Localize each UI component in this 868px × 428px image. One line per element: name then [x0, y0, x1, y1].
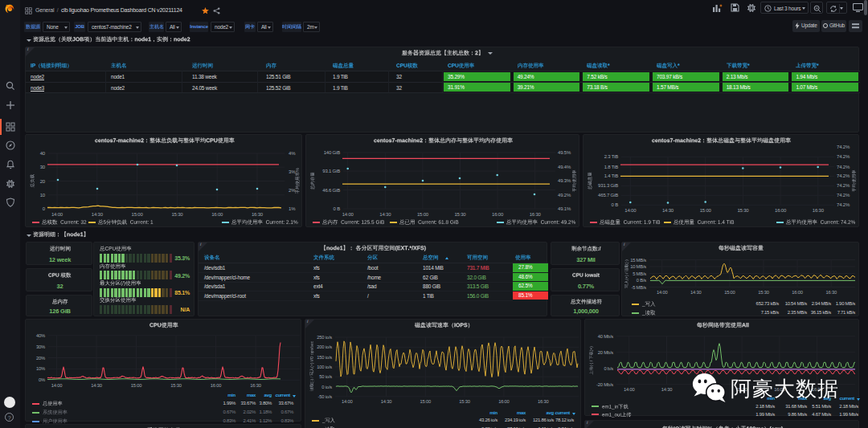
svg-text:74.2%: 74.2% — [837, 173, 850, 178]
svg-text:931.3 GiB: 931.3 GiB — [598, 183, 618, 188]
svg-text:-20 Mb/s: -20 Mb/s — [596, 382, 613, 387]
svg-text:20 Mb/s: 20 Mb/s — [598, 350, 614, 355]
svg-text:14:00: 14:00 — [624, 387, 635, 392]
svg-text:-5 MB/s: -5 MB/s — [631, 285, 646, 290]
svg-text:4%: 4% — [289, 151, 296, 156]
svg-text:16:00: 16:00 — [775, 208, 787, 213]
svg-text:10 MB/s: 10 MB/s — [630, 264, 646, 269]
svg-text:1.4 TiB: 1.4 TiB — [604, 173, 618, 178]
svg-text:15:00: 15:00 — [700, 208, 712, 213]
svg-text:14:00: 14:00 — [624, 208, 637, 213]
svg-text:14:30: 14:30 — [690, 290, 702, 295]
svg-text:20%: 20% — [36, 356, 45, 361]
svg-text:14:30: 14:30 — [379, 212, 391, 217]
svg-text:16:30: 16:30 — [538, 399, 549, 404]
svg-text:16:00: 16:00 — [211, 212, 223, 217]
svg-text:0 B: 0 B — [612, 202, 619, 207]
svg-text:74.2%: 74.2% — [837, 145, 850, 149]
svg-text:15:00: 15:00 — [420, 399, 432, 404]
svg-text:465.7 GiB: 465.7 GiB — [598, 193, 618, 198]
svg-text:74.2%: 74.2% — [837, 202, 850, 207]
svg-text:74.2%: 74.2% — [837, 183, 850, 188]
svg-text:16:30: 16:30 — [250, 383, 261, 388]
svg-text:30: 30 — [40, 165, 46, 169]
svg-text:93.1 GiB: 93.1 GiB — [322, 169, 340, 173]
svg-text:15:00: 15:00 — [131, 383, 142, 388]
svg-text:14:00: 14:00 — [657, 290, 668, 295]
svg-text:16:30: 16:30 — [825, 290, 837, 295]
svg-text:0 B: 0 B — [334, 206, 341, 211]
svg-text:2.3 TiB: 2.3 TiB — [604, 154, 618, 159]
svg-text:14:30: 14:30 — [381, 399, 392, 404]
svg-text:0 io/s: 0 io/s — [321, 385, 332, 389]
svg-text:10%: 10% — [36, 366, 45, 371]
svg-text:49.1%: 49.1% — [558, 206, 571, 211]
svg-text:10: 10 — [40, 193, 46, 198]
svg-text:15:30: 15:30 — [737, 208, 749, 213]
svg-text:1.8 TiB: 1.8 TiB — [604, 165, 618, 169]
svg-text:16:30: 16:30 — [252, 212, 264, 217]
svg-text:0 b/s: 0 b/s — [604, 366, 613, 371]
svg-text:0 B/s: 0 B/s — [637, 278, 647, 283]
svg-text:150 io/s: 150 io/s — [317, 355, 332, 360]
svg-text:14:30: 14:30 — [661, 387, 673, 392]
svg-text:16:00: 16:00 — [498, 399, 510, 404]
svg-text:15:30: 15:30 — [170, 383, 182, 388]
svg-text:14:00: 14:00 — [51, 212, 63, 217]
svg-text:49.3%: 49.3% — [558, 178, 571, 183]
svg-text:49.4%: 49.4% — [558, 165, 571, 169]
svg-text:74.2%: 74.2% — [837, 193, 850, 198]
svg-text:46.6 GiB: 46.6 GiB — [322, 188, 340, 193]
svg-text:15:30: 15:30 — [171, 212, 183, 217]
svg-text:40: 40 — [40, 151, 46, 156]
svg-text:16:30: 16:30 — [530, 212, 542, 217]
svg-text:1%: 1% — [289, 206, 296, 211]
svg-text:30%: 30% — [36, 344, 45, 349]
svg-text:250 io/s: 250 io/s — [317, 335, 332, 340]
svg-text:14:00: 14:00 — [51, 383, 63, 388]
svg-text:14:00: 14:00 — [342, 212, 354, 217]
svg-text:49.2%: 49.2% — [558, 193, 571, 198]
svg-text:15 MB/s: 15 MB/s — [630, 258, 646, 263]
svg-text:40 Mb/s: 40 Mb/s — [598, 334, 614, 339]
svg-text:100 io/s: 100 io/s — [317, 365, 332, 369]
svg-text:5 MB/s: 5 MB/s — [633, 271, 646, 276]
svg-text:74.2%: 74.2% — [837, 154, 850, 159]
svg-text:74.2%: 74.2% — [837, 165, 850, 169]
svg-text:16:30: 16:30 — [813, 208, 825, 213]
svg-text:40%: 40% — [36, 333, 45, 338]
svg-text:14:30: 14:30 — [92, 212, 104, 217]
svg-text:0: 0 — [43, 206, 46, 211]
svg-text:16:00: 16:00 — [492, 212, 504, 217]
svg-text:200 io/s: 200 io/s — [317, 344, 332, 349]
svg-text:16:00: 16:00 — [211, 383, 222, 388]
svg-text:15:30: 15:30 — [454, 212, 466, 217]
svg-text:15:30: 15:30 — [758, 290, 769, 295]
svg-text:14:30: 14:30 — [91, 383, 102, 388]
svg-text:20: 20 — [40, 179, 46, 184]
svg-text:15:30: 15:30 — [459, 399, 470, 404]
svg-text:0%: 0% — [39, 377, 45, 382]
svg-text:15:00: 15:00 — [724, 290, 735, 295]
svg-text:15:00: 15:00 — [417, 212, 429, 217]
svg-text:140 GiB: 140 GiB — [324, 150, 340, 155]
svg-text:49.5%: 49.5% — [558, 150, 571, 155]
svg-text:14:30: 14:30 — [662, 208, 674, 213]
svg-text:-50 io/s: -50 io/s — [318, 394, 333, 399]
svg-text:16:00: 16:00 — [792, 290, 803, 295]
svg-text:50 io/s: 50 io/s — [319, 374, 332, 379]
svg-text:15:00: 15:00 — [132, 212, 144, 217]
svg-text:14:00: 14:00 — [342, 399, 353, 404]
